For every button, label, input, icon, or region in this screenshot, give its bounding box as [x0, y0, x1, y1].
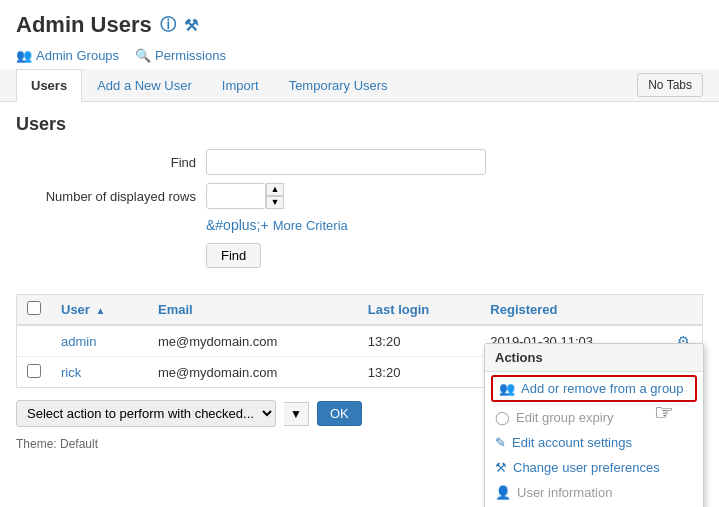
bulk-action-select[interactable]: Select action to perform with checked... — [16, 400, 276, 427]
plus-icon: &#oplus;+ — [206, 217, 269, 233]
ok-button[interactable]: OK — [317, 401, 362, 426]
row-email-rick: me@mydomain.com — [148, 357, 358, 388]
col-user-header[interactable]: User ▲ — [51, 295, 148, 325]
select-all-checkbox[interactable] — [27, 301, 41, 315]
admin-groups-label: Admin Groups — [36, 48, 119, 63]
page-header: Admin Users ⓘ ⚒ — [0, 0, 719, 42]
action-label-prefs: Change user preferences — [513, 460, 660, 475]
tabs-bar: Users Add a New User Import Temporary Us… — [0, 69, 719, 102]
col-email-header: Email — [148, 295, 358, 325]
row-lastlogin-rick: 13:20 — [358, 357, 481, 388]
find-button[interactable]: Find — [206, 243, 261, 268]
find-btn-row: Find — [206, 243, 703, 268]
user-sort-arrow: ▲ — [96, 305, 106, 316]
more-criteria-link[interactable]: &#oplus;+ More Criteria — [206, 217, 703, 233]
rows-input-wrap: 25 ▲ ▼ — [206, 183, 284, 209]
row-checkbox-rick[interactable] — [27, 364, 41, 378]
action-icon-info: 👤 — [495, 485, 511, 500]
action-label-edit: Edit account settings — [512, 435, 632, 450]
help-icon[interactable]: ⓘ — [160, 15, 176, 36]
theme-label: Theme: Default — [16, 437, 98, 451]
action-icon-expiry: ◯ — [495, 410, 510, 425]
find-input[interactable] — [206, 149, 486, 175]
find-label: Find — [16, 155, 206, 170]
rows-label: Number of displayed rows — [16, 189, 206, 204]
nav-admin-groups[interactable]: 👥 Admin Groups — [16, 48, 119, 63]
tab-import[interactable]: Import — [207, 69, 274, 102]
rows-decrement[interactable]: ▼ — [266, 196, 284, 209]
permissions-label: Permissions — [155, 48, 226, 63]
row-check-rick — [17, 357, 51, 388]
section-title: Users — [16, 114, 703, 135]
row-check-admin — [17, 325, 51, 357]
action-user-info: 👤 User information — [485, 480, 703, 505]
find-row: Find — [16, 149, 703, 175]
more-criteria-label: More Criteria — [273, 218, 348, 233]
col-lastlogin-header: Last login — [358, 295, 481, 325]
nav-links: 👥 Admin Groups 🔍 Permissions — [0, 42, 719, 69]
page-title-text: Admin Users — [16, 12, 152, 38]
users-table-wrap: User ▲ Email Last login Registered admin… — [16, 294, 703, 388]
settings-icon[interactable]: ⚒ — [184, 16, 198, 35]
col-registered-header: Registered — [480, 295, 665, 325]
action-label-expiry: Edit group expiry — [516, 410, 614, 425]
action-add-remove-group[interactable]: 👥 Add or remove from a group — [491, 375, 697, 402]
action-change-prefs[interactable]: ⚒ Change user preferences — [485, 455, 703, 480]
tab-add-new-user[interactable]: Add a New User — [82, 69, 207, 102]
nav-permissions[interactable]: 🔍 Permissions — [135, 48, 226, 63]
permissions-icon: 🔍 — [135, 48, 151, 63]
bulk-action-dropdown-arrow[interactable]: ▼ — [284, 402, 309, 426]
actions-dropdown-title: Actions — [485, 344, 703, 372]
action-edit-group-expiry: ◯ Edit group expiry — [485, 405, 703, 430]
row-email-admin: me@mydomain.com — [148, 325, 358, 357]
row-user-admin: admin — [51, 325, 148, 357]
row-lastlogin-admin: 13:20 — [358, 325, 481, 357]
col-check-header — [17, 295, 51, 325]
action-icon-prefs: ⚒ — [495, 460, 507, 475]
col-actions-header — [665, 295, 702, 325]
main-section: Users Find Number of displayed rows 25 ▲… — [0, 102, 719, 294]
tab-temporary-users[interactable]: Temporary Users — [274, 69, 403, 102]
action-label-group: Add or remove from a group — [521, 381, 684, 396]
actions-dropdown: Actions 👥 Add or remove from a group ◯ E… — [484, 343, 704, 507]
rows-increment[interactable]: ▲ — [266, 183, 284, 196]
no-tabs-button[interactable]: No Tabs — [637, 73, 703, 97]
tab-users[interactable]: Users — [16, 69, 82, 102]
action-edit-account[interactable]: ✎ Edit account settings — [485, 430, 703, 455]
rows-spinner: ▲ ▼ — [266, 183, 284, 209]
admin-groups-icon: 👥 — [16, 48, 32, 63]
more-criteria-wrap: &#oplus;+ More Criteria — [206, 217, 703, 233]
page-title: Admin Users ⓘ ⚒ — [16, 12, 703, 38]
action-label-info: User information — [517, 485, 612, 500]
table-header-row: User ▲ Email Last login Registered — [17, 295, 702, 325]
user-link-admin[interactable]: admin — [61, 334, 96, 349]
rows-row: Number of displayed rows 25 ▲ ▼ — [16, 183, 703, 209]
action-icon-group: 👥 — [499, 381, 515, 396]
rows-input[interactable]: 25 — [206, 183, 266, 209]
action-icon-edit: ✎ — [495, 435, 506, 450]
user-link-rick[interactable]: rick — [61, 365, 81, 380]
row-user-rick: rick — [51, 357, 148, 388]
